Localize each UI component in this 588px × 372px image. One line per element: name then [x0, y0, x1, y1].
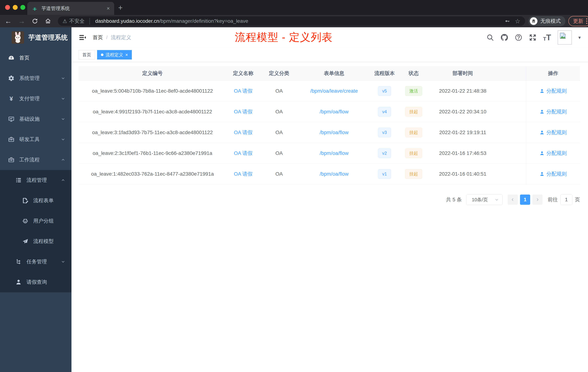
assign-rule-link[interactable]: 分配规则 — [539, 129, 567, 136]
gear-icon — [7, 75, 15, 82]
definition-name-link[interactable]: OA 请假 — [234, 88, 252, 94]
minimize-window-button[interactable] — [13, 5, 18, 10]
column-header-5: 状态 — [399, 66, 428, 80]
prev-page-button[interactable] — [508, 195, 518, 205]
tag-view-1[interactable]: 流程定义× — [97, 50, 132, 59]
forward-icon[interactable]: → — [18, 17, 25, 25]
breadcrumb-separator: / — [106, 34, 108, 40]
assign-rule-link[interactable]: 分配规则 — [539, 88, 567, 94]
github-icon[interactable] — [501, 34, 508, 41]
goto-page-input[interactable] — [560, 194, 572, 205]
definition-name-link[interactable]: OA 请假 — [234, 150, 252, 157]
sidebar-item-6[interactable]: 流程管理 — [0, 170, 72, 190]
list-icon — [15, 177, 22, 184]
maximize-window-button[interactable] — [20, 5, 25, 10]
row-filler — [497, 122, 526, 143]
next-page-button[interactable] — [532, 195, 543, 205]
chevron-left-icon — [511, 197, 515, 202]
sidebar-item-0[interactable]: 首页 — [0, 48, 72, 68]
assign-rule-link[interactable]: 分配规则 — [539, 108, 567, 115]
sidebar-item-label: 基础设施 — [19, 116, 40, 122]
security-label[interactable]: 不安全 — [69, 18, 84, 25]
sidebar-item-4[interactable]: 研发工具 — [0, 129, 72, 150]
sidebar-item-label: 支付管理 — [19, 95, 40, 102]
sidebar-item-5[interactable]: 工作流程 — [0, 150, 72, 170]
sidebar-item-8[interactable]: 用户分组 — [0, 211, 72, 231]
definition-id: oa_leave:5:004b710b-7b8a-11ec-8ef0-acde4… — [92, 88, 213, 94]
page-size-select[interactable]: 10条/页 — [466, 194, 503, 205]
home-icon[interactable] — [45, 18, 51, 24]
form-link[interactable]: /bpm/oa/flow — [320, 130, 348, 135]
tag-view-label: 首页 — [82, 52, 91, 58]
sidebar-item-11[interactable]: 请假查询 — [0, 272, 72, 292]
update-label[interactable]: 更新 — [573, 18, 583, 25]
navbar-actions: TT ▾ — [486, 30, 581, 44]
sidebar-item-1[interactable]: 系统管理 — [0, 68, 72, 88]
column-header-6: 部署时间 — [428, 66, 497, 80]
chevron-up-icon — [61, 157, 65, 162]
definition-id: oa_leave:2:3c1f0ef1-76b1-11ec-9c66-a2380… — [93, 150, 212, 156]
address-bar[interactable]: ⚠ 不安全 │ dashboard.yudao.iocoder.cn/bpm/m… — [58, 16, 525, 26]
definition-name-link[interactable]: OA 请假 — [234, 108, 252, 115]
sidebar-item-10[interactable]: 任务管理 — [0, 252, 72, 272]
deploy-time-cell: 2022-01-22 21:48:38 — [428, 81, 497, 101]
status-cell: 挂起 — [399, 101, 428, 122]
version-badge: v2 — [378, 148, 391, 158]
reload-icon[interactable] — [32, 18, 38, 24]
definition-category: OA — [275, 150, 283, 156]
active-tag-dot — [101, 54, 104, 56]
assign-rule-link[interactable]: 分配规则 — [539, 171, 567, 177]
table-row: oa_leave:4:991f2193-7b7f-11ec-a3c8-acde4… — [79, 101, 580, 122]
deploy-time: 2022-01-22 20:34:10 — [439, 109, 486, 115]
deploy-time: 2022-01-22 19:19:11 — [439, 130, 486, 135]
sidebar-item-9[interactable]: 流程模型 — [0, 231, 72, 252]
password-key-icon[interactable] — [504, 18, 510, 24]
deploy-time-cell: 2022-01-22 20:34:10 — [428, 101, 497, 122]
font-size-icon[interactable]: TT — [543, 33, 551, 42]
assign-rule-label: 分配规则 — [546, 150, 567, 157]
deploy-time-cell: 2022-01-16 17:46:53 — [428, 143, 497, 164]
sidebar-item-7[interactable]: 流程表单 — [0, 190, 72, 211]
form-link[interactable]: /bpm/oa/flow — [320, 150, 348, 156]
chevron-down-icon[interactable]: ▾ — [578, 35, 581, 40]
version-badge: v3 — [378, 128, 391, 137]
tab-close-icon[interactable]: × — [106, 5, 110, 11]
avatar[interactable] — [558, 30, 572, 44]
assign-rule-label: 分配规则 — [546, 129, 567, 136]
form-info-cell: /bpm/oa/flow — [298, 143, 370, 164]
form-link[interactable]: /bpm/oa/flow — [320, 171, 348, 177]
definition-name-link[interactable]: OA 请假 — [234, 171, 252, 177]
url-domain[interactable]: dashboard.yudao.iocoder.cn — [95, 18, 159, 24]
hamburger-icon[interactable] — [79, 33, 86, 42]
assign-rule-link[interactable]: 分配规则 — [539, 150, 567, 157]
definition-name-link[interactable]: OA 请假 — [234, 129, 252, 136]
bookmark-star-icon[interactable]: ☆ — [515, 17, 520, 25]
new-tab-button[interactable]: + — [118, 4, 123, 12]
close-window-button[interactable] — [5, 5, 10, 10]
sidebar-item-label: 请假查询 — [27, 279, 47, 285]
fullscreen-icon[interactable] — [529, 34, 536, 41]
action-cell: 分配规则 — [526, 101, 580, 122]
help-icon[interactable] — [515, 34, 522, 41]
page-unit-label: 页 — [575, 196, 580, 203]
browser-tab[interactable]: 芋道管理系统 × — [27, 2, 114, 15]
sidebar-item-2[interactable]: ¥支付管理 — [0, 88, 72, 109]
column-header-3: 表单信息 — [298, 66, 370, 80]
sidebar-item-3[interactable]: 基础设施 — [0, 109, 72, 129]
search-icon[interactable] — [486, 34, 494, 41]
current-page-button[interactable]: 1 — [520, 195, 530, 205]
browser-menu-dots-icon[interactable] — [586, 18, 587, 24]
assign-rule-label: 分配规则 — [546, 171, 567, 177]
tag-close-icon[interactable]: × — [125, 52, 128, 57]
tag-view-0[interactable]: 首页 — [79, 50, 95, 59]
url-path[interactable]: /bpm/manager/definition?key=oa_leave — [159, 18, 248, 24]
action-cell: 分配规则 — [526, 143, 580, 164]
form-link[interactable]: /bpm/oa/leave/create — [310, 88, 358, 94]
back-icon[interactable]: ← — [5, 17, 12, 25]
action-cell: 分配规则 — [526, 164, 580, 184]
sidebar-item-label: 流程管理 — [27, 177, 47, 184]
form-link[interactable]: /bpm/oa/flow — [320, 109, 348, 115]
column-header-7: 操作 — [526, 66, 580, 80]
breadcrumb-home[interactable]: 首页 — [93, 34, 103, 41]
browser-update-button[interactable]: 更新 — [568, 16, 588, 26]
